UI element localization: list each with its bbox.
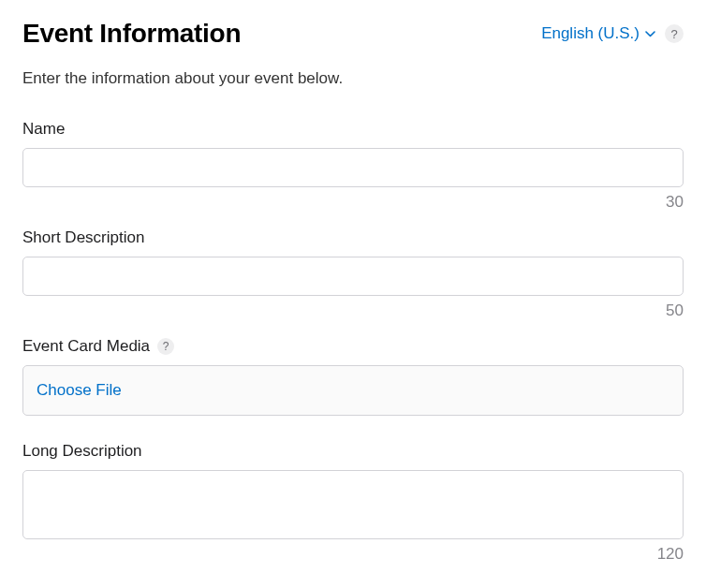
name-label: Name [22,120,65,139]
name-char-limit: 30 [22,193,684,212]
event-card-media-help-icon[interactable]: ? [157,338,174,355]
name-input[interactable] [22,148,684,187]
chevron-down-icon [645,31,655,37]
event-card-media-label: Event Card Media [22,337,150,356]
header-row: Event Information English (U.S.) ? [22,19,684,49]
long-description-char-limit: 120 [22,545,684,564]
long-description-input[interactable] [22,470,684,539]
long-description-field-group: Long Description 120 [22,442,684,564]
short-description-input[interactable] [22,257,684,296]
name-field-group: Name 30 [22,120,684,212]
language-select[interactable]: English (U.S.) [541,24,655,43]
choose-file-link[interactable]: Choose File [37,381,122,399]
short-description-char-limit: 50 [22,301,684,320]
short-description-label: Short Description [22,228,144,247]
long-description-label: Long Description [22,442,142,461]
page-title: Event Information [22,19,241,49]
language-help-area: English (U.S.) ? [541,24,684,43]
short-description-field-group: Short Description 50 [22,228,684,320]
file-picker-box[interactable]: Choose File [22,365,684,416]
page-description: Enter the information about your event b… [22,69,684,88]
event-card-media-field-group: Event Card Media ? Choose File [22,337,684,416]
header-help-icon[interactable]: ? [665,24,684,43]
language-label: English (U.S.) [541,24,640,43]
